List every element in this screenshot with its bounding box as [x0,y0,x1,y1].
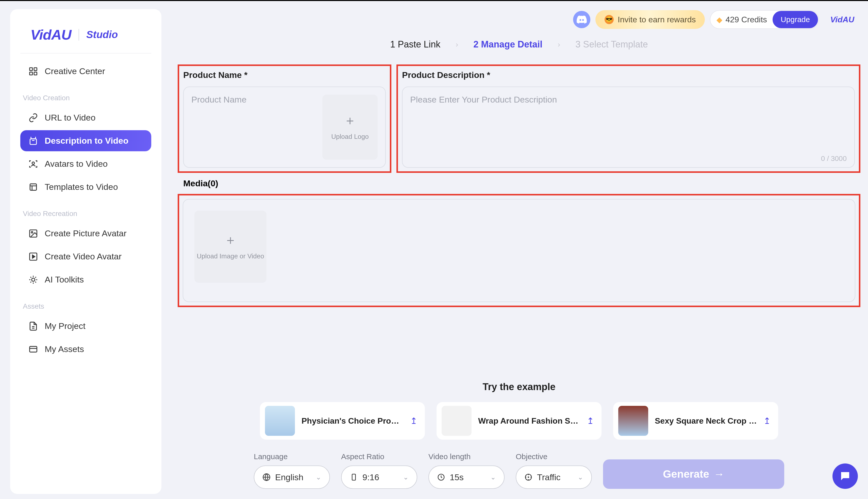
product-desc-frame: 0 / 3000 [402,87,855,168]
controls-row: Language English ⌄ Aspect Ratio 9:16 ⌄ V… [178,452,860,489]
chevron-down-icon: ⌄ [578,473,583,481]
svg-rect-1 [34,68,37,70]
nav-label: Create Picture Avatar [45,229,127,238]
nav-ai-toolkits[interactable]: AI Toolkits [20,269,151,290]
example-card-1[interactable]: Physician's Choice Probiot... ↥ [260,402,425,440]
length-label: Video length [428,452,504,461]
nav-avatars-to-video[interactable]: Avatars to Video [20,153,151,174]
globe-icon [262,473,271,481]
nav-picture-avatar[interactable]: Create Picture Avatar [20,223,151,244]
diamond-icon: ◆ [717,15,722,24]
length-group: Video length 15s ⌄ [428,452,504,489]
svg-rect-13 [352,474,355,480]
nav-label: AI Toolkits [45,275,84,284]
nav-label: Avatars to Video [45,159,108,169]
upload-media-tile[interactable]: ＋ Upload Image or Video [194,211,267,283]
step-2[interactable]: 2 Manage Detail [473,39,542,50]
stepper: 1 Paste Link › 2 Manage Detail › 3 Selec… [178,39,860,50]
nav-url-to-video[interactable]: URL to Video [20,107,151,128]
examples-section: Try the example Physician's Choice Probi… [178,381,860,489]
svg-rect-11 [30,346,37,352]
chat-icon [839,470,851,482]
nav-label: Creative Center [45,66,105,76]
step-1[interactable]: 1 Paste Link [390,39,440,50]
product-name-input[interactable] [191,95,317,160]
nav-my-assets[interactable]: My Assets [20,339,151,360]
media-section: Media(0) ＋ Upload Image or Video [178,179,860,307]
ratio-select[interactable]: 9:16 ⌄ [341,465,417,489]
svg-rect-3 [34,72,37,75]
main-form: Product Name * ＋ Upload Logo Product Des… [178,64,860,307]
nav-my-project[interactable]: My Project [20,316,151,337]
ratio-group: Aspect Ratio 9:16 ⌄ [341,452,417,489]
intercom-button[interactable] [832,463,858,489]
example-label: Physician's Choice Probiot... [302,416,404,426]
bag-icon [28,136,38,146]
link-icon [28,113,38,123]
sidebar: VidAU Studio Creative Center Video Creat… [10,9,161,494]
media-highlight: ＋ Upload Image or Video [178,194,860,307]
brand-sub: Studio [86,29,118,40]
invite-button[interactable]: 😎 Invite to earn rewards [596,10,705,29]
product-name-section: Product Name * ＋ Upload Logo [178,64,391,173]
objective-group: Objective Traffic ⌄ [516,452,592,489]
product-name-frame: ＋ Upload Logo [183,87,386,168]
example-label: Sexy Square Neck Crop To... [655,416,757,426]
brand-main: VidAU [30,26,71,43]
nav-label: Description to Video [45,136,129,146]
language-select[interactable]: English ⌄ [254,465,330,489]
invite-label: Invite to earn rewards [618,15,696,24]
nav-templates-to-video[interactable]: Templates to Video [20,177,151,197]
discord-icon [576,14,587,25]
svg-rect-2 [30,72,33,75]
upgrade-button[interactable]: Upgrade [773,11,818,28]
section-video-creation: Video Creation [20,84,151,107]
generate-button[interactable]: Generate → [603,459,784,489]
chevron-down-icon: ⌄ [316,473,321,481]
example-thumb [618,406,648,436]
upload-media-label: Upload Image or Video [197,252,264,260]
nav-description-to-video[interactable]: Description to Video [20,130,151,151]
section-assets: Assets [20,292,151,316]
example-label: Wrap Around Fashion Sun... [478,416,580,426]
example-thumb [442,406,472,436]
credits-text: ◆429 Credits [717,15,772,24]
sparkle-icon [28,275,38,284]
length-select[interactable]: 15s ⌄ [428,465,504,489]
svg-rect-4 [30,139,36,144]
upload-arrow-icon: ↥ [587,416,594,426]
file-icon [28,321,38,331]
ratio-label: Aspect Ratio [341,452,417,461]
objective-select[interactable]: Traffic ⌄ [516,465,592,489]
emoji-icon: 😎 [604,15,614,24]
logo-divider [78,29,79,40]
objective-label: Objective [516,452,592,461]
upload-arrow-icon: ↥ [410,416,417,426]
image-icon [28,229,38,238]
svg-point-5 [32,162,35,165]
nav-label: URL to Video [45,113,95,123]
upload-arrow-icon: ↥ [763,416,771,426]
example-card-2[interactable]: Wrap Around Fashion Sun... ↥ [437,402,601,440]
plus-icon: ＋ [344,114,356,127]
media-label: Media(0) [178,179,860,194]
media-frame: ＋ Upload Image or Video [183,199,855,302]
play-square-icon [28,252,38,261]
nav-label: My Assets [45,344,84,354]
svg-point-8 [31,231,33,233]
nav-creative-center[interactable]: Creative Center [20,61,151,82]
chevron-right-icon: › [455,40,458,49]
logo[interactable]: VidAU Studio [20,21,151,53]
example-card-3[interactable]: Sexy Square Neck Crop To... ↥ [613,402,778,440]
grid-icon [28,66,38,76]
topbar: 😎 Invite to earn rewards ◆429 Credits Up… [573,10,860,29]
nav-video-avatar[interactable]: Create Video Avatar [20,246,151,267]
nav-label: Templates to Video [45,182,118,192]
portrait-icon [350,473,358,481]
plus-icon: ＋ [224,233,237,246]
examples-title: Try the example [178,381,860,392]
upload-logo-tile[interactable]: ＋ Upload Logo [322,95,378,160]
product-desc-input[interactable] [410,95,847,160]
language-label: Language [254,452,330,461]
discord-button[interactable] [573,11,590,28]
